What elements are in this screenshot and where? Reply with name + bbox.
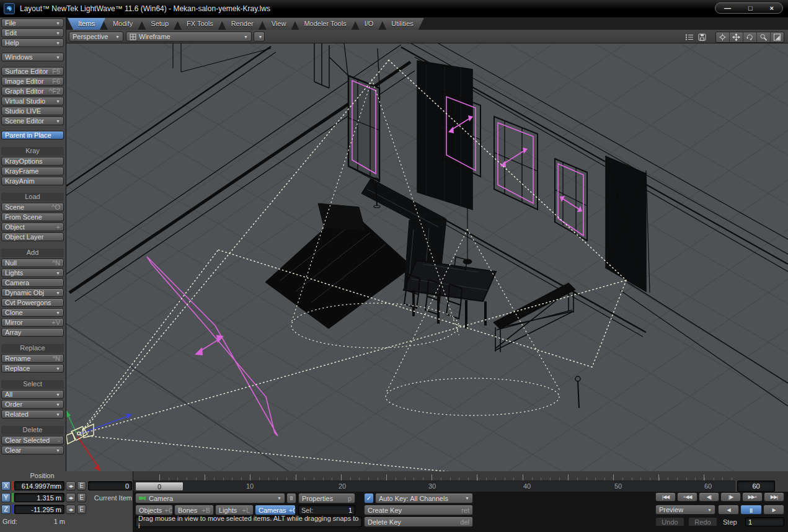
tab-render[interactable]: Render — [221, 18, 264, 30]
sidebar-item-load-scene[interactable]: Scene^O — [1, 203, 64, 211]
x-value-field[interactable]: 614.9997mm — [14, 481, 64, 490]
single-pane-icon[interactable] — [771, 32, 784, 42]
sidebar-item-image-editor[interactable]: Image EditorF6 — [1, 77, 64, 86]
sidebar-item-load-from-scene[interactable]: From Scene — [1, 213, 64, 221]
timeline-ruler[interactable] — [133, 472, 735, 481]
play-forward-button[interactable]: ▶ — [763, 505, 784, 515]
viewport-layout-dropdown[interactable]: ▼ — [254, 32, 265, 42]
x-nudge-button[interactable]: ◀▶ — [66, 481, 76, 490]
sidebar-item-clear[interactable]: Clear▼ — [1, 446, 64, 454]
z-envelope-button[interactable]: E — [77, 505, 86, 514]
current-frame-field[interactable]: 0 — [88, 481, 132, 490]
y-envelope-button[interactable]: E — [77, 493, 86, 502]
sidebar-item-edit[interactable]: Edit▼ — [1, 29, 64, 37]
sidebar-item-add-null[interactable]: Null^N — [1, 259, 64, 267]
tab-view[interactable]: View — [261, 18, 297, 30]
sidebar-item-surface-editor[interactable]: Surface EditorF5 — [1, 67, 64, 76]
center-item-icon[interactable] — [716, 32, 730, 42]
sidebar-item-help[interactable]: Help▼ — [1, 38, 64, 47]
previous-frame-button[interactable]: ◀|| — [699, 492, 719, 502]
pause-button[interactable]: || — [740, 505, 762, 515]
sidebar-item-parent-in-place[interactable]: Parent in Place — [1, 131, 64, 140]
item-list-toggle-button[interactable] — [286, 493, 296, 503]
title-bar[interactable]: Layout™ NewTek LightWave™ 11.6 (Win64) -… — [0, 0, 788, 17]
timeline-scrub-handle[interactable]: 0 — [135, 482, 184, 491]
tab-modeler-tools[interactable]: Modeler Tools — [293, 18, 356, 30]
sidebar-item-load-object[interactable]: Object+ — [1, 223, 64, 231]
y-value-field[interactable]: 1.315 m — [14, 493, 64, 502]
go-to-start-button[interactable]: |◀◀ — [655, 492, 676, 502]
redo-button[interactable]: Redo — [688, 517, 717, 526]
tab-items[interactable]: Items — [68, 18, 105, 30]
selection-count-field[interactable]: Sel:1 — [298, 505, 355, 515]
tab-setup[interactable]: Setup — [140, 18, 179, 30]
sidebar-item-clear-selected[interactable]: Clear Selected- — [1, 436, 64, 445]
close-button[interactable]: × — [770, 3, 774, 13]
sidebar-item-add-lights[interactable]: Lights▼ — [1, 268, 64, 277]
view-type-dropdown[interactable]: Perspective▼ — [69, 32, 123, 42]
sidebar-item-graph-editor[interactable]: Graph Editor^F2 — [1, 87, 64, 95]
sidebar-item-windows[interactable]: Windows▼ — [1, 53, 64, 61]
undo-button[interactable]: Undo — [655, 517, 684, 526]
select-bones-button[interactable]: Bones+B — [174, 505, 214, 515]
y-axis-button[interactable]: Y — [1, 493, 11, 502]
move-view-icon[interactable] — [730, 32, 743, 42]
tab-fx-tools[interactable]: FX Tools — [176, 18, 224, 30]
sidebar-item-replace[interactable]: Replace▼ — [1, 364, 64, 373]
sidebar-item-krayoptions[interactable]: KrayOptions — [1, 157, 64, 166]
select-cameras-button[interactable]: Cameras+C — [255, 505, 296, 515]
y-nudge-button[interactable]: ◀▶ — [66, 493, 76, 502]
rotate-view-icon[interactable] — [743, 32, 757, 42]
properties-button[interactable]: Propertiesp — [298, 493, 355, 503]
shading-mode-dropdown[interactable]: Wireframe▼ — [126, 32, 252, 42]
sidebar-item-file[interactable]: File▼ — [1, 19, 64, 27]
sidebar-item-load-object-layer[interactable]: Object Layer — [1, 233, 64, 241]
next-frame-button[interactable]: ||▶ — [720, 492, 741, 502]
sidebar-item-add-camera[interactable]: Camera — [1, 278, 64, 287]
sidebar-item-array[interactable]: Array — [1, 328, 64, 337]
status-bar: Drag mouse in view to move selected item… — [135, 516, 362, 527]
sidebar-item-cvt-powergons[interactable]: Cvt Powergons — [1, 298, 64, 307]
current-item-dropdown[interactable]: Camera▼ — [135, 493, 285, 503]
viewport-3d[interactable] — [66, 43, 788, 473]
sidebar-item-select-related[interactable]: Related▼ — [1, 410, 64, 419]
sidebar-item-studio-live[interactable]: Studio LIVE — [1, 107, 64, 115]
z-axis-button[interactable]: Z — [1, 505, 11, 514]
z-nudge-button[interactable]: ◀▶ — [66, 505, 76, 514]
end-frame-field[interactable]: 60 — [737, 481, 775, 492]
create-key-button[interactable]: Create Keyret — [364, 505, 473, 515]
sidebar-item-select-all[interactable]: All▼ — [1, 390, 64, 399]
x-envelope-button[interactable]: E — [77, 481, 86, 490]
next-key-button[interactable]: ▶▶+ — [742, 492, 763, 502]
select-objects-button[interactable]: Objects+O — [135, 505, 173, 515]
auto-key-checkbox[interactable]: ✓ — [364, 493, 374, 503]
sidebar-item-scene-editor[interactable]: Scene Editor▼ — [1, 117, 64, 125]
previous-key-button[interactable]: +◀◀ — [677, 492, 697, 502]
z-value-field[interactable]: -11.295 m — [14, 505, 64, 514]
zoom-view-icon[interactable] — [757, 32, 771, 42]
sidebar-item-krayanim[interactable]: KrayAnim — [1, 177, 64, 185]
sidebar-item-virtual-studio[interactable]: Virtual Studio▼ — [1, 97, 64, 105]
preview-dropdown[interactable]: Preview▼ — [655, 505, 715, 515]
maximize-button[interactable]: □ — [748, 3, 753, 13]
go-to-end-button[interactable]: ▶▶| — [764, 492, 784, 502]
sidebar-item-clone[interactable]: Clone▼ — [1, 308, 64, 317]
play-reverse-button[interactable]: ◀ — [718, 505, 739, 515]
step-field[interactable]: 1 — [745, 517, 784, 526]
x-axis-button[interactable]: X — [1, 481, 11, 490]
auto-key-dropdown[interactable]: Auto Key: All Channels▼ — [375, 493, 473, 503]
tab-io[interactable]: I/O — [354, 18, 384, 30]
minimize-button[interactable]: — — [724, 3, 731, 13]
sidebar-item-select-order[interactable]: Order▼ — [1, 400, 64, 409]
tab-utilities[interactable]: Utilities — [381, 18, 423, 30]
sidebar-item-krayframe[interactable]: KrayFrame — [1, 167, 64, 175]
delete-key-button[interactable]: Delete Keydel — [364, 516, 473, 527]
sidebar-item-rename[interactable]: Rename*N — [1, 354, 64, 363]
sidebar-item-add-dynamic-obj[interactable]: Dynamic Obj▼ — [1, 288, 64, 297]
select-lights-button[interactable]: Lights+L — [215, 505, 254, 515]
save-icon[interactable] — [697, 32, 707, 42]
tab-modify[interactable]: Modify — [102, 18, 143, 30]
sidebar-item-mirror[interactable]: Mirror+V — [1, 318, 64, 327]
scene-list-icon[interactable] — [684, 32, 695, 42]
timeline-track[interactable]: 10 20 30 40 50 60 0 — [133, 481, 735, 492]
